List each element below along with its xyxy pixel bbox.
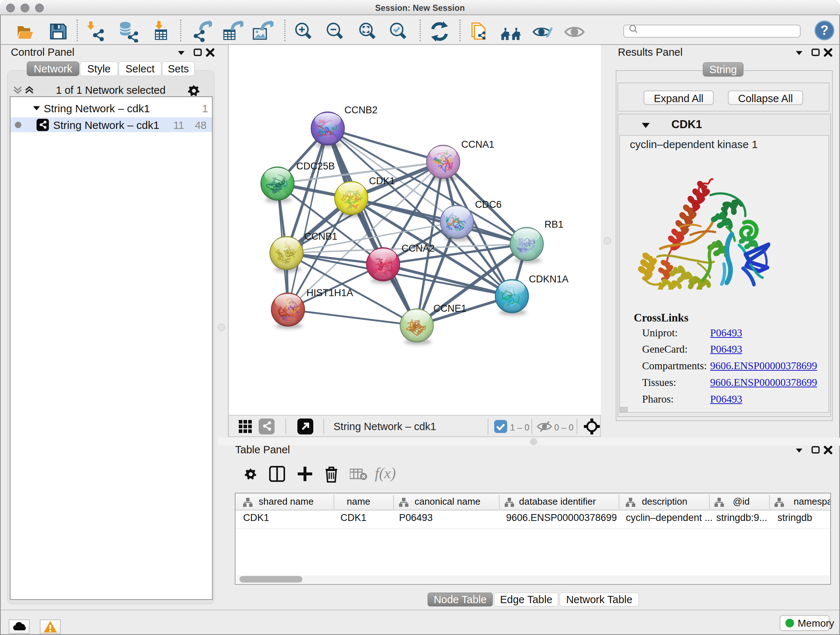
svg-text:HIST1H1A: HIST1H1A — [306, 287, 353, 298]
svg-text:CCNB2: CCNB2 — [344, 105, 378, 116]
svg-text:CCNE1: CCNE1 — [433, 303, 467, 314]
svg-text:RB1: RB1 — [545, 219, 564, 230]
svg-text:?: ? — [821, 23, 829, 38]
svg-text:CDC6: CDC6 — [475, 199, 502, 210]
svg-text:CCNA2: CCNA2 — [401, 243, 435, 254]
svg-text:CCNB1: CCNB1 — [304, 231, 338, 242]
svg-text:CDK1: CDK1 — [369, 176, 395, 187]
svg-text:CDKN1A: CDKN1A — [529, 274, 569, 285]
svg-text:CCNA1: CCNA1 — [461, 139, 494, 150]
svg-text:CDC25B: CDC25B — [296, 161, 335, 172]
